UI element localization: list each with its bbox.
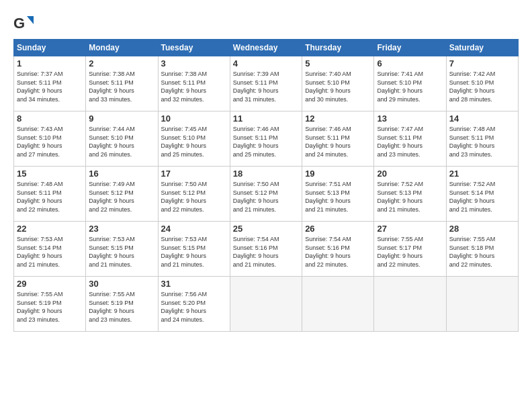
week-row-1: 1Sunrise: 7:37 AM Sunset: 5:11 PM Daylig… <box>14 56 519 111</box>
day-number: 4 <box>233 58 299 68</box>
calendar-cell: 18Sunrise: 7:50 AM Sunset: 5:12 PM Dayli… <box>230 167 302 222</box>
day-info: Sunrise: 7:39 AM Sunset: 5:11 PM Dayligh… <box>233 70 299 103</box>
calendar-cell: 12Sunrise: 7:46 AM Sunset: 5:11 PM Dayli… <box>302 111 374 167</box>
week-row-5: 29Sunrise: 7:55 AM Sunset: 5:19 PM Dayli… <box>14 277 519 332</box>
header: G <box>13 12 519 34</box>
calendar-cell: 14Sunrise: 7:48 AM Sunset: 5:11 PM Dayli… <box>446 111 518 167</box>
day-number: 13 <box>377 113 443 124</box>
calendar-cell: 5Sunrise: 7:40 AM Sunset: 5:10 PM Daylig… <box>302 56 374 111</box>
day-number: 1 <box>17 58 83 68</box>
day-number: 31 <box>161 279 227 289</box>
svg-marker-1 <box>27 16 34 24</box>
logo: G <box>13 12 36 34</box>
calendar-cell: 24Sunrise: 7:53 AM Sunset: 5:15 PM Dayli… <box>158 222 230 277</box>
day-info: Sunrise: 7:43 AM Sunset: 5:10 PM Dayligh… <box>17 125 83 158</box>
day-number: 20 <box>377 169 443 179</box>
calendar-table: SundayMondayTuesdayWednesdayThursdayFrid… <box>13 39 519 332</box>
calendar-cell: 30Sunrise: 7:55 AM Sunset: 5:19 PM Dayli… <box>86 277 158 332</box>
day-info: Sunrise: 7:55 AM Sunset: 5:19 PM Dayligh… <box>89 290 154 324</box>
day-number: 21 <box>449 169 515 179</box>
day-number: 6 <box>377 58 443 68</box>
day-number: 18 <box>233 169 299 179</box>
calendar-cell: 25Sunrise: 7:54 AM Sunset: 5:16 PM Dayli… <box>230 222 302 277</box>
weekday-header-tuesday: Tuesday <box>158 40 230 56</box>
day-info: Sunrise: 7:55 AM Sunset: 5:17 PM Dayligh… <box>377 235 443 269</box>
week-row-2: 8Sunrise: 7:43 AM Sunset: 5:10 PM Daylig… <box>14 111 519 167</box>
day-info: Sunrise: 7:53 AM Sunset: 5:14 PM Dayligh… <box>17 235 83 269</box>
day-info: Sunrise: 7:49 AM Sunset: 5:12 PM Dayligh… <box>89 180 154 214</box>
day-number: 2 <box>89 58 154 68</box>
day-info: Sunrise: 7:42 AM Sunset: 5:10 PM Dayligh… <box>449 70 515 103</box>
week-row-4: 22Sunrise: 7:53 AM Sunset: 5:14 PM Dayli… <box>14 222 519 277</box>
day-info: Sunrise: 7:55 AM Sunset: 5:19 PM Dayligh… <box>17 290 83 324</box>
weekday-header-sunday: Sunday <box>14 40 86 56</box>
weekday-header-wednesday: Wednesday <box>230 40 302 56</box>
weekday-header-monday: Monday <box>86 40 158 56</box>
calendar-cell <box>374 277 446 332</box>
calendar-cell: 13Sunrise: 7:47 AM Sunset: 5:11 PM Dayli… <box>374 111 446 167</box>
day-number: 24 <box>161 224 227 234</box>
day-info: Sunrise: 7:45 AM Sunset: 5:10 PM Dayligh… <box>161 125 227 158</box>
day-info: Sunrise: 7:54 AM Sunset: 5:16 PM Dayligh… <box>305 235 371 269</box>
calendar-cell: 19Sunrise: 7:51 AM Sunset: 5:13 PM Dayli… <box>302 167 374 222</box>
page: G SundayMondayTuesdayWednesdayThursdayFr… <box>0 0 532 411</box>
day-info: Sunrise: 7:50 AM Sunset: 5:12 PM Dayligh… <box>161 180 227 214</box>
weekday-header-saturday: Saturday <box>446 40 518 56</box>
calendar-cell: 2Sunrise: 7:38 AM Sunset: 5:11 PM Daylig… <box>86 56 158 111</box>
day-info: Sunrise: 7:38 AM Sunset: 5:11 PM Dayligh… <box>161 70 227 103</box>
day-info: Sunrise: 7:40 AM Sunset: 5:10 PM Dayligh… <box>305 70 371 103</box>
calendar-cell: 10Sunrise: 7:45 AM Sunset: 5:10 PM Dayli… <box>158 111 230 167</box>
day-number: 14 <box>449 113 515 124</box>
day-info: Sunrise: 7:48 AM Sunset: 5:11 PM Dayligh… <box>17 180 83 214</box>
day-info: Sunrise: 7:44 AM Sunset: 5:10 PM Dayligh… <box>89 125 154 158</box>
day-info: Sunrise: 7:54 AM Sunset: 5:16 PM Dayligh… <box>233 235 299 269</box>
day-number: 22 <box>17 224 83 234</box>
day-info: Sunrise: 7:38 AM Sunset: 5:11 PM Dayligh… <box>89 70 154 103</box>
calendar-cell: 20Sunrise: 7:52 AM Sunset: 5:13 PM Dayli… <box>374 167 446 222</box>
calendar-cell: 21Sunrise: 7:52 AM Sunset: 5:14 PM Dayli… <box>446 167 518 222</box>
calendar-cell: 17Sunrise: 7:50 AM Sunset: 5:12 PM Dayli… <box>158 167 230 222</box>
day-number: 15 <box>17 169 83 179</box>
day-info: Sunrise: 7:46 AM Sunset: 5:11 PM Dayligh… <box>233 125 299 158</box>
weekday-header-thursday: Thursday <box>302 40 374 56</box>
calendar-cell: 6Sunrise: 7:41 AM Sunset: 5:10 PM Daylig… <box>374 56 446 111</box>
day-number: 19 <box>305 169 371 179</box>
day-number: 17 <box>161 169 227 179</box>
calendar-cell <box>230 277 302 332</box>
day-number: 16 <box>89 169 154 179</box>
day-info: Sunrise: 7:37 AM Sunset: 5:11 PM Dayligh… <box>17 70 83 103</box>
day-number: 27 <box>377 224 443 234</box>
calendar-cell: 27Sunrise: 7:55 AM Sunset: 5:17 PM Dayli… <box>374 222 446 277</box>
day-number: 30 <box>89 279 154 289</box>
calendar-cell: 22Sunrise: 7:53 AM Sunset: 5:14 PM Dayli… <box>14 222 86 277</box>
calendar-cell <box>302 277 374 332</box>
day-number: 12 <box>305 113 371 124</box>
calendar-cell: 29Sunrise: 7:55 AM Sunset: 5:19 PM Dayli… <box>14 277 86 332</box>
calendar-cell: 9Sunrise: 7:44 AM Sunset: 5:10 PM Daylig… <box>86 111 158 167</box>
calendar-cell: 7Sunrise: 7:42 AM Sunset: 5:10 PM Daylig… <box>446 56 518 111</box>
day-number: 26 <box>305 224 371 234</box>
calendar-cell: 4Sunrise: 7:39 AM Sunset: 5:11 PM Daylig… <box>230 56 302 111</box>
day-info: Sunrise: 7:53 AM Sunset: 5:15 PM Dayligh… <box>89 235 154 269</box>
day-info: Sunrise: 7:56 AM Sunset: 5:20 PM Dayligh… <box>161 290 227 324</box>
day-number: 28 <box>449 224 515 234</box>
day-info: Sunrise: 7:48 AM Sunset: 5:11 PM Dayligh… <box>449 125 515 158</box>
day-info: Sunrise: 7:51 AM Sunset: 5:13 PM Dayligh… <box>305 180 371 214</box>
calendar-cell <box>446 277 518 332</box>
calendar-cell: 1Sunrise: 7:37 AM Sunset: 5:11 PM Daylig… <box>14 56 86 111</box>
day-info: Sunrise: 7:52 AM Sunset: 5:14 PM Dayligh… <box>449 180 515 214</box>
day-info: Sunrise: 7:47 AM Sunset: 5:11 PM Dayligh… <box>377 125 443 158</box>
day-number: 11 <box>233 113 299 124</box>
day-info: Sunrise: 7:52 AM Sunset: 5:13 PM Dayligh… <box>377 180 443 214</box>
day-number: 3 <box>161 58 227 68</box>
svg-text:G: G <box>13 15 25 32</box>
day-info: Sunrise: 7:55 AM Sunset: 5:18 PM Dayligh… <box>449 235 515 269</box>
calendar-cell: 28Sunrise: 7:55 AM Sunset: 5:18 PM Dayli… <box>446 222 518 277</box>
day-number: 5 <box>305 58 371 68</box>
calendar-cell: 23Sunrise: 7:53 AM Sunset: 5:15 PM Dayli… <box>86 222 158 277</box>
day-number: 7 <box>449 58 515 68</box>
calendar-cell: 16Sunrise: 7:49 AM Sunset: 5:12 PM Dayli… <box>86 167 158 222</box>
weekday-header-row: SundayMondayTuesdayWednesdayThursdayFrid… <box>14 40 519 56</box>
weekday-header-friday: Friday <box>374 40 446 56</box>
day-number: 8 <box>17 113 83 124</box>
